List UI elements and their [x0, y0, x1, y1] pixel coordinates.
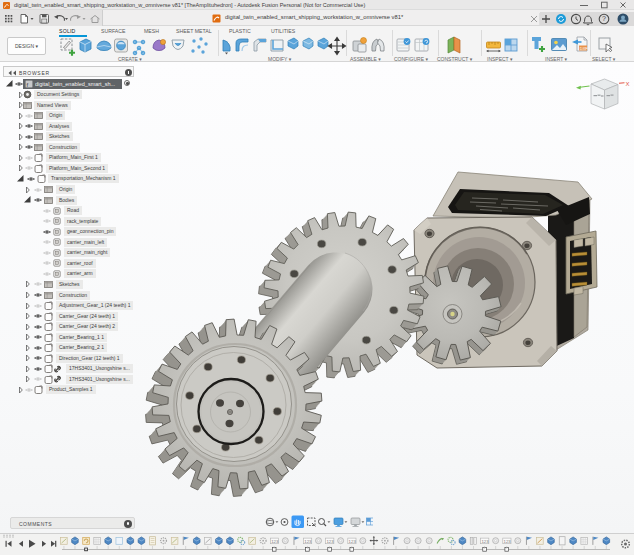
svg-text:X: X — [626, 81, 630, 87]
svg-text:?: ? — [602, 15, 606, 22]
svg-text:123: 123 — [304, 539, 312, 544]
svg-text:DXF: DXF — [580, 46, 589, 51]
svg-text:123: 123 — [481, 539, 489, 544]
svg-text:123: 123 — [326, 539, 334, 544]
svg-text:123: 123 — [349, 539, 357, 544]
svg-text:123: 123 — [504, 539, 512, 544]
svg-text:123: 123 — [271, 539, 279, 544]
